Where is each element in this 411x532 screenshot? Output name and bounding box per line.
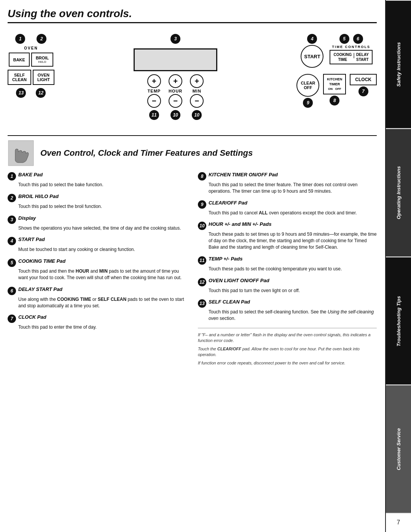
broil-button[interactable]: BROILHI/LO xyxy=(31,53,53,67)
feature-desc-1: Touch this pad to select the bake functi… xyxy=(18,182,186,188)
num-11: 11 xyxy=(149,110,159,120)
feature-num-8: 8 xyxy=(198,172,206,181)
feature-name-9: CLEAR/OFF Pad xyxy=(209,200,247,206)
num-10a: 10 xyxy=(170,110,180,120)
feature-desc-13: Touch this pad to select the self-cleani… xyxy=(209,309,377,322)
left-column: 1 BAKE Pad Touch this pad to select the … xyxy=(8,172,186,368)
feature-num-5: 5 xyxy=(8,259,16,267)
feature-section-title: Oven Control, Clock and Timer Features a… xyxy=(40,148,253,158)
footer-note-1: If "F– and a number or letter" flash in … xyxy=(198,332,377,344)
feature-item-13: 13 SELF CLEAN Pad Touch this pad to sele… xyxy=(198,299,377,322)
feature-name-6: DELAY START Pad xyxy=(18,286,62,292)
sidebar-tab-safety[interactable]: Safety Instructions xyxy=(386,0,411,128)
feature-section: Oven Control, Clock and Timer Features a… xyxy=(8,140,377,368)
feature-item-7: 7 CLOCK Pad Touch this pad to enter the … xyxy=(8,314,186,331)
two-column-layout: 1 BAKE Pad Touch this pad to select the … xyxy=(8,172,377,368)
right-column: 8 KITCHEN TIMER ON/OFF Pad Touch this pa… xyxy=(198,172,377,368)
hour-knob: + HOUR − 10 xyxy=(169,74,182,120)
hour-label: HOUR xyxy=(169,89,182,93)
feature-num-12: 12 xyxy=(198,278,206,286)
feature-desc-7: Touch this pad to enter the time of day. xyxy=(18,324,186,331)
min-label: MIN xyxy=(193,89,201,93)
cooking-time-label: COOKINGTIME xyxy=(333,52,352,62)
num-5: 5 xyxy=(339,34,349,44)
feature-desc-2: Touch this pad to select the broil funct… xyxy=(18,203,186,210)
self-clean-button[interactable]: SELFCLEAN xyxy=(8,70,31,85)
feature-name-1: BAKE Pad xyxy=(18,172,43,177)
feature-item-2: 2 BROIL HI/LO Pad Touch this pad to sele… xyxy=(8,193,186,210)
bottom-buttons-row: SELFCLEAN OVENLIGHT xyxy=(8,70,54,85)
footer-notes: If "F– and a number or letter" flash in … xyxy=(198,328,377,366)
num-13: 13 xyxy=(16,88,26,98)
feature-name-11: TEMP +/- Pads xyxy=(209,256,242,262)
hand-icon xyxy=(8,140,34,166)
sidebar-tab-operating[interactable]: Operating Instructions xyxy=(386,128,411,257)
feature-num-3: 3 xyxy=(8,216,16,224)
feature-desc-4: Must be touched to start any cooking or … xyxy=(18,246,186,253)
min-minus[interactable]: − xyxy=(190,94,204,108)
center-control-panel: 3 + TEMP − 11 + HOUR − 10 + MIN xyxy=(134,34,217,120)
feature-name-5: COOKING TIME Pad xyxy=(18,258,65,264)
feature-num-10: 10 xyxy=(198,222,206,230)
oven-light-button[interactable]: OVENLIGHT xyxy=(33,70,54,85)
num-8: 8 xyxy=(330,96,339,105)
top-buttons-row: BAKE BROILHI/LO xyxy=(9,53,53,67)
feature-name-2: BROIL HI/LO Pad xyxy=(18,193,59,199)
feature-num-2: 2 xyxy=(8,194,16,202)
sidebar: Safety Instructions Operating Instructio… xyxy=(385,0,411,532)
feature-num-7: 7 xyxy=(8,315,16,323)
page-title: Using the oven controls. xyxy=(8,8,377,23)
oven-label: OVEN xyxy=(24,46,38,50)
section-divider xyxy=(8,135,377,136)
feature-num-6: 6 xyxy=(8,287,16,295)
knob-row: + TEMP − 11 + HOUR − 10 + MIN − 10 xyxy=(147,74,204,120)
feature-desc-6: Use along with the COOKING TIME or SELF … xyxy=(18,296,186,309)
feature-num-11: 11 xyxy=(198,256,206,265)
feature-item-1: 1 BAKE Pad Touch this pad to select the … xyxy=(8,172,186,188)
feature-name-4: START Pad xyxy=(18,236,45,242)
main-content: Using the oven controls. 1 2 OVEN BAKE B… xyxy=(0,0,384,532)
min-plus[interactable]: + xyxy=(190,74,204,88)
feature-item-5: 5 COOKING TIME Pad Touch this pad and th… xyxy=(8,258,186,281)
num-12: 12 xyxy=(36,88,46,98)
feature-name-10: HOUR +/- and MIN +/- Pads xyxy=(209,221,271,227)
feature-item-12: 12 OVEN LIGHT ON/OFF Pad Touch this pad … xyxy=(198,278,377,294)
feature-item-8: 8 KITCHEN TIMER ON/OFF Pad Touch this pa… xyxy=(198,172,377,195)
start-button[interactable]: START xyxy=(301,45,323,68)
temp-minus[interactable]: − xyxy=(147,94,161,108)
sidebar-tab-troubleshooting[interactable]: Troubleshooting Tips xyxy=(386,257,411,385)
cooking-delay-box: COOKINGTIME | DELAYSTART xyxy=(330,50,372,64)
temp-plus[interactable]: + xyxy=(147,74,161,88)
feature-header: Oven Control, Clock and Timer Features a… xyxy=(8,140,377,166)
sidebar-tab-customer[interactable]: Customer Service xyxy=(386,385,411,513)
num-2: 2 xyxy=(37,34,46,44)
hour-minus[interactable]: − xyxy=(169,94,182,108)
feature-num-13: 13 xyxy=(198,299,206,308)
feature-desc-8: Touch this pad to select the timer featu… xyxy=(209,182,377,195)
feature-desc-5: Touch this pad and then the HOUR and MIN… xyxy=(18,268,186,281)
feature-item-4: 4 START Pad Must be touched to start any… xyxy=(8,236,186,253)
feature-item-6: 6 DELAY START Pad Use along with the COO… xyxy=(8,286,186,309)
feature-name-7: CLOCK Pad xyxy=(18,314,46,320)
feature-num-1: 1 xyxy=(8,172,16,181)
time-controls-label: TIME CONTROLS xyxy=(332,45,370,49)
feature-name-12: OVEN LIGHT ON/OFF Pad xyxy=(209,278,269,283)
feature-num-9: 9 xyxy=(198,200,206,209)
clear-off-button[interactable]: CLEAROFF xyxy=(296,74,319,97)
feature-item-10: 10 HOUR +/- and MIN +/- Pads Touch these… xyxy=(198,221,377,250)
footer-note-2: Touch the CLEAR/OFF pad. Allow the oven … xyxy=(198,346,377,358)
temp-knob: + TEMP − 11 xyxy=(147,74,161,120)
left-control-panel: 1 2 OVEN BAKE BROILHI/LO SELFCLEAN OVENL… xyxy=(8,34,54,98)
kitchen-timer-button[interactable]: KITCHENTIMERON OFF xyxy=(323,74,346,94)
bake-button[interactable]: BAKE xyxy=(9,53,30,67)
delay-start-label: DELAYSTART xyxy=(356,52,369,62)
hour-plus[interactable]: + xyxy=(169,74,182,88)
feature-name-13: SELF CLEAN Pad xyxy=(209,299,250,305)
num-3: 3 xyxy=(170,34,180,44)
feature-desc-10: Touch these pads to set times up to 9 ho… xyxy=(209,231,377,250)
right-control-panel: 4 START 5 6 TIME CONTROLS COOKINGTIME | … xyxy=(296,34,377,108)
num-7: 7 xyxy=(358,86,368,96)
num-1: 1 xyxy=(15,34,25,44)
feature-desc-11: Touch these pads to set the cooking temp… xyxy=(209,266,377,272)
clock-button[interactable]: CLOCK xyxy=(350,74,377,85)
